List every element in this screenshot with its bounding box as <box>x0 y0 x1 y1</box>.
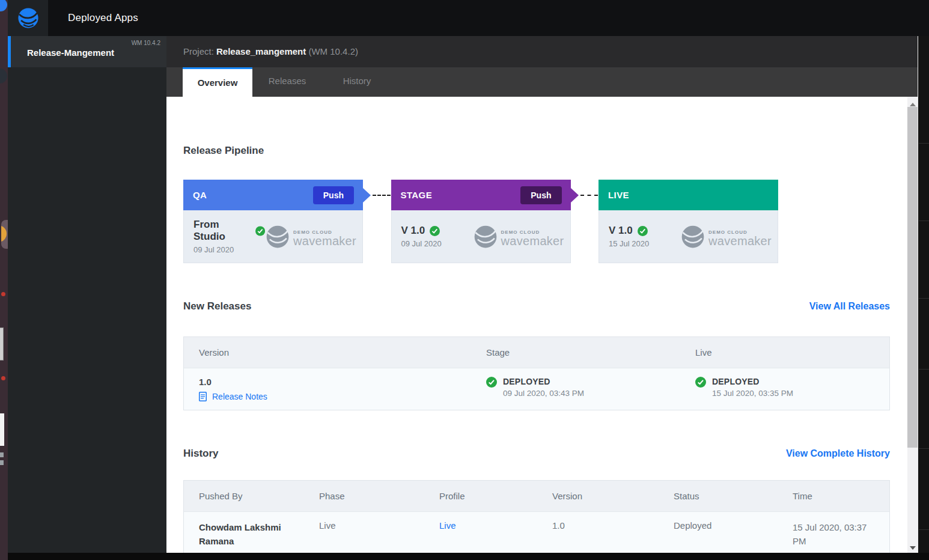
stage-body-stage: V 1.0 09 Jul 2020 DEMO CLOUD <box>391 210 571 263</box>
page-title: Deployed Apps <box>68 0 138 36</box>
tab-history[interactable]: History <box>322 67 392 97</box>
tab-releases[interactable]: Releases <box>252 67 322 97</box>
new-releases-table-header: Version Stage Live <box>184 337 889 368</box>
wavemaker-wave-icon <box>17 7 40 29</box>
column-live: Live <box>680 347 889 358</box>
version-value: 1.0 <box>552 520 651 531</box>
dock-app-gray-icon[interactable] <box>0 460 4 465</box>
wavemaker-logo[interactable] <box>8 0 48 36</box>
stage-header-qa: QA Push <box>183 180 363 210</box>
stage-card-stage: STAGE Push V 1.0 09 Jul 2020 <box>391 180 571 263</box>
notification-red-dot-icon <box>1 292 5 296</box>
app-topbar: Deployed Apps <box>8 0 929 36</box>
column-stage: Stage <box>471 347 680 358</box>
brand-line2: wavemaker <box>293 235 356 247</box>
stage-deploy-status: DEPLOYED 09 Jul 2020, 03:43 PM <box>486 377 673 398</box>
profile-live-link[interactable]: Live <box>439 520 456 531</box>
main-panel: Project: Release_mangement (WM 10.4.2) O… <box>166 36 918 553</box>
view-all-releases-link[interactable]: View All Releases <box>809 301 890 312</box>
wavemaker-gray-icon <box>680 224 705 249</box>
project-wm-version: WM 10.4.2 <box>132 40 160 46</box>
dock-app-highlighted-icon[interactable] <box>1 220 8 249</box>
project-label: Project: <box>183 46 216 56</box>
stage-date: 15 Jul 2020 <box>609 239 649 248</box>
release-pipeline-title: Release Pipeline <box>183 145 918 157</box>
demo-cloud-brand: DEMO CLOUD wavemaker <box>680 224 772 249</box>
stage-version: V 1.0 <box>609 225 633 237</box>
pushed-by-value: Chowdam Lakshmi Ramana <box>199 520 295 549</box>
demo-cloud-brand: DEMO CLOUD wavemaker <box>265 224 356 249</box>
deploy-time: 15 Jul 2020, 03:35 PM <box>712 389 793 398</box>
check-circle-icon <box>255 226 265 236</box>
sidebar-item-release-mangement[interactable]: Release-Mangement WM 10.4.2 <box>8 36 166 67</box>
stage-header-stage: STAGE Push <box>391 180 571 210</box>
notification-red-dot-icon <box>1 376 5 380</box>
stage-header-live: LIVE <box>599 180 778 210</box>
tab-overview[interactable]: Overview <box>183 67 252 97</box>
overview-content: Release Pipeline QA Push From Studio 09 <box>166 97 918 553</box>
column-status: Status <box>659 491 778 501</box>
stage-name: LIVE <box>608 190 629 200</box>
project-name: Release-Mangement <box>27 47 114 58</box>
dock-app-white-icon[interactable] <box>0 413 4 446</box>
scroll-down-arrow-icon[interactable] <box>907 544 918 552</box>
wavemaker-gray-icon <box>473 224 498 249</box>
dock-app-window-icon[interactable] <box>0 327 4 361</box>
dock-app-dark-icon[interactable] <box>0 68 7 84</box>
stage-name: QA <box>193 190 207 200</box>
stage-version: V 1.0 <box>401 225 425 237</box>
demo-cloud-brand: DEMO CLOUD wavemaker <box>473 224 564 249</box>
deploy-status-label: DEPLOYED <box>712 377 793 386</box>
history-table-header: Pushed By Phase Profile Version Status T… <box>184 481 889 511</box>
stage-date: 09 Jul 2020 <box>193 245 265 254</box>
column-pushed-by: Pushed By <box>184 491 304 501</box>
os-dock-strip <box>0 0 8 560</box>
push-button-qa[interactable]: Push <box>313 186 354 204</box>
pipeline-connector <box>373 195 391 196</box>
check-circle-icon <box>695 377 706 388</box>
stage-name: STAGE <box>401 190 433 200</box>
dock-app-blue-icon[interactable] <box>0 0 7 11</box>
stage-card-live: LIVE V 1.0 15 Jul 2020 <box>599 180 778 263</box>
wavemaker-gray-icon <box>265 224 290 249</box>
check-circle-icon <box>638 226 648 236</box>
push-button-stage[interactable]: Push <box>520 186 561 204</box>
column-profile: Profile <box>424 491 537 501</box>
background-window-strip <box>919 36 929 560</box>
phase-value: Live <box>319 520 417 531</box>
check-circle-icon <box>486 377 497 388</box>
scrollbar-thumb[interactable] <box>907 107 918 448</box>
project-header-name: Release_mangement <box>216 46 306 56</box>
brand-line2: wavemaker <box>501 235 564 247</box>
live-deploy-status: DEPLOYED 15 Jul 2020, 03:35 PM <box>695 377 882 398</box>
dock-app-gray-icon[interactable] <box>0 452 4 457</box>
stage-date: 09 Jul 2020 <box>401 239 442 248</box>
column-version: Version <box>184 347 471 358</box>
new-releases-title: New Releases <box>183 300 251 312</box>
orange-app-icon <box>1 225 7 242</box>
release-notes-link[interactable]: Release Notes <box>199 392 464 401</box>
new-releases-row: 1.0 Release Notes <box>184 368 889 410</box>
document-icon <box>199 392 207 401</box>
vertical-scrollbar <box>907 97 918 553</box>
release-pipeline: QA Push From Studio 09 Jul 2020 <box>183 180 778 263</box>
stage-body-qa: From Studio 09 Jul 2020 DEMO CLOUD <box>183 210 363 263</box>
history-row: Chowdam Lakshmi Ramana Live Live 1.0 Dep… <box>184 511 889 553</box>
release-notes-label: Release Notes <box>212 392 267 401</box>
new-releases-table: Version Stage Live 1.0 Release Notes <box>183 336 890 410</box>
check-circle-icon <box>430 226 440 236</box>
scroll-up-arrow-icon[interactable] <box>907 99 918 106</box>
tab-bar: Overview Releases History <box>166 67 918 97</box>
pipeline-connector <box>580 195 599 196</box>
column-version: Version <box>537 491 659 501</box>
release-version: 1.0 <box>199 377 464 387</box>
project-header: Project: Release_mangement (WM 10.4.2) <box>166 36 918 67</box>
history-title: History <box>183 448 219 460</box>
project-header-version: (WM 10.4.2) <box>306 46 358 56</box>
column-time: Time <box>778 491 889 501</box>
deploy-time: 09 Jul 2020, 03:43 PM <box>503 389 584 398</box>
time-value: 15 Jul 2020, 03:37 PM <box>793 520 882 549</box>
view-complete-history-link[interactable]: View Complete History <box>786 448 890 459</box>
deploy-status-label: DEPLOYED <box>503 377 584 386</box>
projects-sidebar: Release-Mangement WM 10.4.2 <box>8 36 166 553</box>
